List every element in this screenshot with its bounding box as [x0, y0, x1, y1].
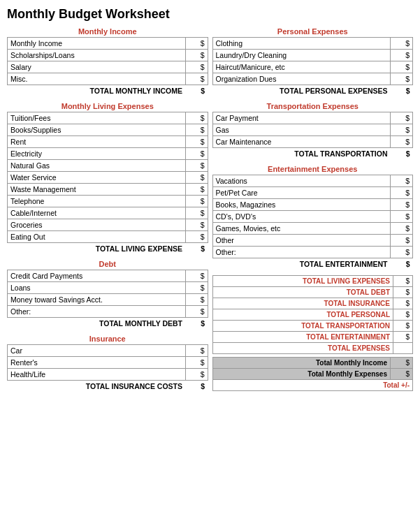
summary-row-label: TOTAL INSURANCE [212, 298, 393, 309]
table-row: Electricity$ [8, 148, 208, 160]
row-value: $ [185, 124, 208, 136]
table-row: Groceries$ [8, 219, 208, 231]
row-label: Laundry/Dry Cleaning [212, 50, 391, 61]
summary-row-label: TOTAL TRANSPORTATION [212, 321, 393, 332]
row-value: $ [185, 196, 208, 207]
row-value: $ [185, 294, 208, 306]
living-expenses-section: Monthly Living Expenses Tuition/Fees$Boo… [7, 102, 208, 254]
monthly-income-total-label: TOTAL MONTHLY INCOME [8, 85, 186, 97]
entertainment-total-value: $ [391, 258, 413, 270]
debt-title: Debt [7, 260, 208, 268]
table-row: Renter's$ [8, 357, 208, 369]
total-plus-label: Total +/- [212, 380, 413, 391]
row-value: $ [391, 50, 413, 61]
summary-row: TOTAL PERSONAL $ [212, 309, 413, 321]
row-label: Natural Gas [8, 160, 186, 172]
table-row: Books, Magazines$ [212, 199, 413, 211]
row-value: $ [391, 136, 413, 148]
summary-row: TOTAL EXPENSES [212, 343, 413, 354]
row-label: Renter's [8, 357, 186, 369]
table-row: Car$ [8, 345, 208, 357]
summary-table: TOTAL LIVING EXPENSES $ TOTAL DEBT $ TOT… [212, 275, 414, 354]
row-value: $ [185, 207, 208, 219]
row-label: Other: [212, 247, 391, 258]
insurance-total-row: TOTAL INSURANCE COSTS $ [8, 381, 208, 393]
table-row: Laundry/Dry Cleaning$ [212, 50, 413, 61]
transportation-total-row: TOTAL TRANSPORTATION $ [212, 148, 413, 160]
row-label: Telephone [8, 196, 186, 207]
row-value: $ [391, 38, 413, 50]
row-label: Waste Management [8, 184, 186, 196]
summary-row-value: $ [393, 309, 413, 321]
row-label: CD's, DVD's [212, 211, 391, 223]
row-label: Car Maintenance [212, 136, 391, 148]
summary-row-label: TOTAL DEBT [212, 287, 393, 298]
row-value: $ [185, 219, 208, 231]
personal-expenses-table: Clothing$Laundry/Dry Cleaning$Haircut/Ma… [212, 37, 414, 96]
row-value: $ [391, 124, 413, 136]
table-row: Car Maintenance$ [212, 136, 413, 148]
summary-row-label: TOTAL LIVING EXPENSES [212, 276, 393, 287]
row-value: $ [391, 112, 413, 124]
table-row: Car Payment$ [212, 112, 413, 124]
summary-row: TOTAL DEBT $ [212, 287, 413, 298]
table-row: Money toward Savings Acct.$ [8, 294, 208, 306]
transportation-total-label: TOTAL TRANSPORTATION [212, 148, 391, 160]
row-label: Water Service [8, 172, 186, 184]
summary-row: TOTAL TRANSPORTATION $ [212, 321, 413, 332]
table-row: Eating Out$ [8, 231, 208, 243]
living-expenses-total-value: $ [185, 243, 208, 255]
row-value: $ [185, 136, 208, 148]
page-title: Monthly Budget Worksheet [7, 7, 413, 22]
table-row: Games, Movies, etc$ [212, 223, 413, 235]
row-value: $ [185, 160, 208, 172]
table-row: Cable/Internet$ [8, 207, 208, 219]
monthly-summary-row: Total Monthly Expenses $ [212, 369, 413, 380]
row-label: Books/Supplies [8, 124, 186, 136]
row-label: Tuition/Fees [8, 112, 186, 124]
personal-expenses-title: Personal Expenses [212, 27, 414, 36]
row-value: $ [391, 73, 413, 85]
row-value: $ [185, 231, 208, 243]
row-label: Pet/Pet Care [212, 187, 391, 199]
insurance-table: Car$Renter's$Health/Life$ TOTAL INSURANC… [7, 344, 208, 392]
table-row: Other$ [212, 235, 413, 247]
monthly-summary-value: $ [391, 358, 413, 369]
table-row: Health/Life$ [8, 369, 208, 381]
table-row: Books/Supplies$ [8, 124, 208, 136]
debt-total-label: TOTAL MONTHLY DEBT [8, 318, 186, 330]
summary-row: TOTAL INSURANCE $ [212, 298, 413, 309]
row-label: Games, Movies, etc [212, 223, 391, 235]
summary-row-label: TOTAL PERSONAL [212, 309, 393, 321]
personal-expenses-section: Personal Expenses Clothing$Laundry/Dry C… [212, 27, 414, 96]
table-row: Credit Card Payments$ [8, 270, 208, 282]
living-expenses-table: Tuition/Fees$Books/Supplies$Rent$Electri… [7, 112, 208, 254]
table-row: Natural Gas$ [8, 160, 208, 172]
row-label: Money toward Savings Acct. [8, 294, 186, 306]
summary-row: TOTAL ENTERTAINMENT $ [212, 332, 413, 343]
row-label: Clothing [212, 38, 391, 50]
insurance-total-value: $ [185, 381, 208, 393]
monthly-income-total-row: TOTAL MONTHLY INCOME $ [8, 85, 208, 97]
row-value: $ [185, 369, 208, 381]
row-value: $ [185, 112, 208, 124]
row-label: Haircut/Manicure, etc [212, 61, 391, 73]
monthly-income-section: Monthly Income Monthly Income$Scholarshi… [7, 27, 208, 96]
row-label: Rent [8, 136, 186, 148]
summary-row-label: TOTAL ENTERTAINMENT [212, 332, 393, 343]
row-label: Salary [8, 61, 186, 73]
row-label: Other [212, 235, 391, 247]
entertainment-total-row: TOTAL ENTERTAINMENT $ [212, 258, 413, 270]
row-label: Monthly Income [8, 38, 186, 50]
entertainment-section: Entertainment Expenses Vacations$Pet/Pet… [212, 165, 414, 270]
row-value: $ [391, 247, 413, 258]
debt-table: Credit Card Payments$Loans$Money toward … [7, 270, 208, 329]
table-row: Scholarships/Loans$ [8, 50, 208, 61]
entertainment-total-label: TOTAL ENTERTAINMENT [212, 258, 391, 270]
row-value: $ [185, 270, 208, 282]
summary-row-value: $ [393, 276, 413, 287]
table-row: Gas$ [212, 124, 413, 136]
row-value: $ [185, 50, 208, 61]
table-row: Water Service$ [8, 172, 208, 184]
monthly-income-title: Monthly Income [7, 27, 208, 36]
